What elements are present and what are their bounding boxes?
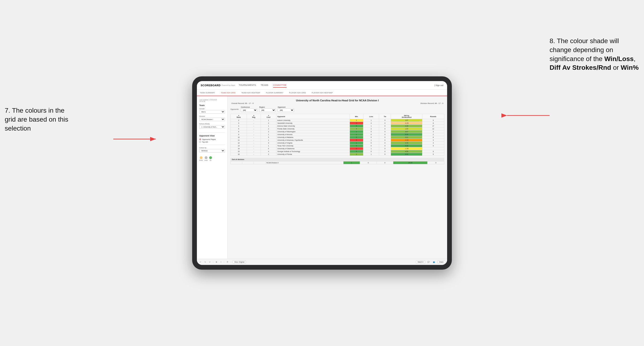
team-section-title: Team	[199, 104, 225, 107]
nav-committee[interactable]: COMMITTEE	[273, 83, 286, 88]
toolbar-redo[interactable]: ↪	[204, 261, 207, 264]
ood-name: NCAA Division II	[265, 162, 343, 164]
cell-reg: -	[247, 139, 261, 142]
watch-button[interactable]: Watch ▾	[416, 260, 426, 264]
opponents-label: Opponents:	[230, 108, 239, 110]
cell-win: 4	[350, 128, 363, 130]
col-reg: #Reg	[247, 114, 261, 119]
cell-opponent: Auburn University	[276, 119, 350, 122]
cell-tie: 0	[379, 139, 391, 142]
tab-player-summary[interactable]: PLAYER SUMMARY	[263, 90, 286, 96]
cell-conf: 2	[260, 153, 276, 156]
cell-tie: 0	[379, 119, 391, 122]
annotation-right: 8. The colour shade will change dependin…	[550, 36, 639, 72]
gender-select[interactable]: Men's	[199, 110, 225, 114]
opponent-label: Opponent	[278, 106, 294, 108]
opponent-select[interactable]: (All)	[278, 108, 294, 112]
cell-opponent: University of Alabama	[276, 136, 350, 139]
legend-up: Up	[209, 156, 212, 161]
cell-diff: 2.61	[391, 136, 422, 139]
ood-rank	[231, 162, 242, 164]
cell-loss: 0	[363, 145, 379, 147]
table-row: 4 - 1 Arizona State University 5 1 0 2.2…	[231, 125, 444, 128]
view-original-button[interactable]: View: Original	[232, 260, 246, 264]
cell-rank: 6	[231, 128, 247, 130]
out-of-division-label: Out of division	[230, 158, 444, 161]
cell-reg: -	[247, 133, 261, 136]
conference-select[interactable]: (All)	[241, 108, 257, 112]
tab-team-h2h-heatmap[interactable]: TEAM H2H HEATMAP	[238, 90, 263, 96]
division-select[interactable]: NCAA Division I	[199, 118, 225, 121]
cell-loss: 1	[363, 119, 379, 122]
tablet-frame: SCOREBOARD Powered by clippd TOURNAMENTS…	[192, 76, 452, 270]
region-select[interactable]: (All)	[259, 108, 276, 112]
toolbar-people[interactable]: 👥	[432, 261, 436, 264]
cell-win: 3	[350, 153, 363, 156]
nav-teams[interactable]: TEAMS	[260, 83, 268, 88]
main-content: University of North Carolina Head-to-Hea…	[228, 96, 447, 259]
cell-rounds: 2	[422, 133, 444, 136]
arrow-right	[502, 108, 550, 123]
cell-conf: 0	[260, 147, 276, 150]
cell-rank: 9	[231, 133, 247, 136]
legend-level: Level	[204, 156, 208, 161]
sign-out-link[interactable]: | Sign out	[434, 84, 443, 86]
cell-reg: -	[247, 119, 261, 122]
cell-rank: 10	[231, 136, 247, 139]
cell-loss: 4	[363, 122, 379, 125]
colour-legend: Down Level Up	[199, 156, 225, 161]
sidebar: Last Updated: 27/03/2024 16:55:38 Team G…	[197, 96, 228, 259]
ood-diff: 26.00	[393, 162, 428, 164]
tab-player-h2h-heatmap[interactable]: PLAYER H2H HEATMAP	[309, 90, 336, 96]
radio-dot-top100	[199, 141, 201, 143]
cell-rounds: 17	[422, 125, 444, 128]
legend-up-dot	[209, 156, 212, 159]
toolbar-comment[interactable]: 💬	[426, 261, 430, 264]
col-loss: Loss	[363, 114, 379, 119]
toolbar-paste[interactable]: ⌗	[220, 261, 222, 264]
cell-diff: 2.33	[391, 142, 422, 145]
share-button[interactable]: Share	[438, 260, 445, 264]
cell-rank: 11	[231, 139, 247, 142]
cell-rank: 8	[231, 130, 247, 133]
tab-player-h2h-grid[interactable]: PLAYER H2H GRID	[286, 90, 309, 96]
cell-rounds: 9	[422, 145, 444, 147]
table-row: 10 - 5 University of Alabama 3 0 0 2.61 …	[231, 136, 444, 139]
out-of-division-section: Out of division NCAA Division II 1 0 0	[230, 158, 444, 164]
radio-top100[interactable]: Top 100	[199, 141, 225, 143]
toolbar-nav1[interactable]: ↩	[208, 261, 212, 264]
table-row: 6 - 2 Florida State University 4 2 0 1.8…	[231, 128, 444, 130]
tab-team-summary[interactable]: TEAM SUMMARY	[197, 90, 218, 96]
cell-diff: -1.00	[391, 147, 422, 150]
table-row: 12 - 3 University of Virginia 1 0 0 2.33…	[231, 142, 444, 145]
cell-conf: 1	[260, 145, 276, 147]
cell-diff: 9.00	[391, 133, 422, 136]
cell-win: 1	[350, 133, 363, 136]
conference-label: Conference	[241, 106, 257, 108]
table-row: 11 - 1 University of Arkansas, Fayettevi…	[231, 139, 444, 142]
cell-tie: 0	[379, 145, 391, 147]
school-select[interactable]: 1. University of Nort...	[199, 125, 225, 129]
cell-reg: -	[247, 122, 261, 125]
opponent-radio-group: Opponents Played Top 100	[199, 138, 225, 143]
tab-team-h2h-grid[interactable]: TEAM H2H GRID	[218, 90, 238, 96]
cell-reg: -	[247, 147, 261, 150]
nav-tournaments[interactable]: TOURNAMENTS	[239, 83, 256, 88]
cell-rank: 2	[231, 119, 247, 122]
toolbar-copy[interactable]: ⊞	[215, 261, 218, 264]
school-label: School (Rank)	[199, 123, 225, 125]
toolbar-clock[interactable]: ⏱	[226, 261, 229, 263]
toolbar-undo[interactable]: ↩	[199, 261, 202, 264]
cell-tie: 0	[379, 142, 391, 145]
table-row: 8 - 2 University of Washington 1 0 0 3.6…	[231, 130, 444, 133]
colour-by-select[interactable]: Win/loss	[199, 149, 225, 153]
col-win: Win	[350, 114, 363, 119]
radio-opponents-played[interactable]: Opponents Played	[199, 138, 225, 140]
region-filter: Region (All)	[259, 106, 276, 112]
cell-opponent: Florida State University	[276, 128, 350, 130]
table-row: 3 - 2 Vanderbilt University 0 4 0 -2.29 …	[231, 122, 444, 125]
cell-diff: 4.50	[391, 150, 422, 153]
ood-loss: 0	[360, 162, 377, 164]
col-tie: Tie	[379, 114, 391, 119]
app-logo-sub: Powered by clippd	[222, 84, 235, 86]
